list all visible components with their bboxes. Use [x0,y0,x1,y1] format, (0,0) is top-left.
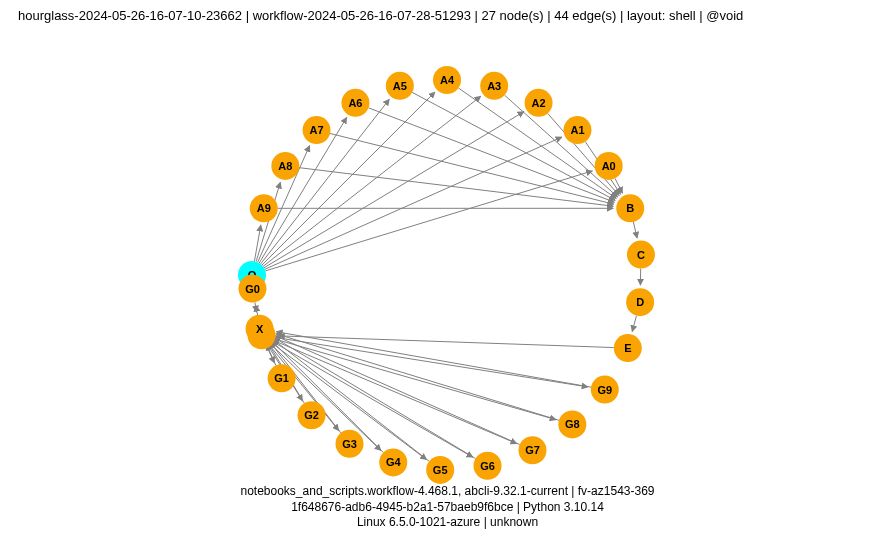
node-circle-A3 [480,72,508,100]
node-G1: G1 [268,364,296,392]
node-circle-X [246,315,274,343]
node-circle-G3 [336,430,364,458]
node-B: B [616,194,644,222]
node-circle-A5 [386,72,414,100]
node-circle-A0 [595,152,623,180]
node-circle-G9 [591,376,619,404]
node-circle-A8 [271,152,299,180]
node-circle-D [626,288,654,316]
node-G5: G5 [426,456,454,484]
node-circle-B [616,194,644,222]
node-circle-A4 [433,66,461,94]
edge-G4-X [272,341,384,453]
edge-G6-X [274,338,475,459]
node-circle-A2 [525,89,553,117]
edge-A8-B [299,168,613,207]
node-A6: A6 [341,89,369,117]
node-circle-G2 [298,401,326,429]
node-G2: G2 [298,401,326,429]
node-G0: G0 [238,275,266,303]
node-circle-G5 [426,456,454,484]
node-circle-A1 [563,116,591,144]
node-circle-A9 [250,194,278,222]
node-circle-G4 [379,448,407,476]
footer-line-3: Linux 6.5.0-1021-azure | unknown [0,515,895,531]
edge-F-G6 [274,342,473,457]
edge-O-A0 [265,171,592,271]
node-G8: G8 [558,410,586,438]
node-circle-G6 [474,452,502,480]
node-A9: A9 [250,194,278,222]
node-A5: A5 [386,72,414,100]
node-G4: G4 [379,448,407,476]
edge-A5-B [412,92,615,200]
footer-line-1: notebooks_and_scripts.workflow-4.468.1, … [0,484,895,500]
node-C: C [627,241,655,269]
node-circle-A6 [341,89,369,117]
node-circle-G0 [238,275,266,303]
node-A4: A4 [433,66,461,94]
node-D: D [626,288,654,316]
diagram-footer: notebooks_and_scripts.workflow-4.468.1, … [0,484,895,531]
node-circle-C [627,241,655,269]
node-X: X [246,315,274,343]
node-G9: G9 [591,376,619,404]
node-G7: G7 [518,436,546,464]
edge-B-C [633,222,637,238]
node-circle-A7 [303,116,331,144]
node-A0: A0 [595,152,623,180]
node-circle-G8 [558,410,586,438]
node-E: E [614,334,642,362]
footer-line-2: 1f648676-adb6-4945-b2a1-57baeb9f6bce | P… [0,500,895,516]
edge-O-A6 [259,117,346,263]
node-circle-E [614,334,642,362]
edge-D-E [632,316,636,332]
node-A2: A2 [525,89,553,117]
graph-canvas: OA9A8A7A6A5A4A3A2A1A0BCDEG9G8G7G6G5G4G3G… [0,0,895,539]
node-circle-G1 [268,364,296,392]
node-A7: A7 [303,116,331,144]
edge-A7-B [330,133,614,204]
node-G6: G6 [474,452,502,480]
node-A1: A1 [563,116,591,144]
node-A3: A3 [480,72,508,100]
node-G3: G3 [336,430,364,458]
node-circle-G7 [518,436,546,464]
node-A8: A8 [271,152,299,180]
edge-O-A1 [265,137,562,269]
